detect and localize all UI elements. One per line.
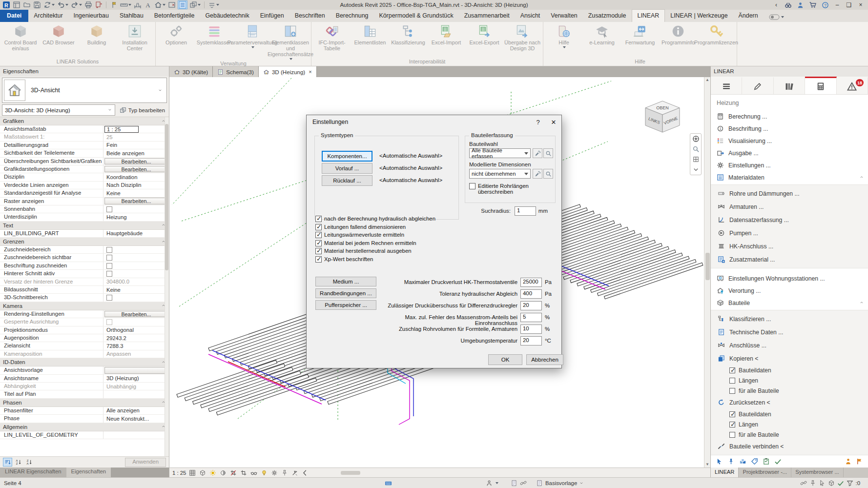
property-value[interactable]	[103, 254, 169, 261]
dialog-help-button[interactable]: ?	[530, 116, 546, 128]
linear-item-datensatzerfassung-[interactable]: Datensatzerfassung ...	[711, 213, 868, 226]
tag-by-category-button[interactable]	[109, 0, 118, 9]
store-cart-icon[interactable]	[809, 1, 817, 9]
minimize-button[interactable]: –	[834, 1, 841, 8]
reveal-hidden-icon[interactable]	[261, 469, 268, 476]
rohrlaengen-checkbox[interactable]: Editierte Rohrlängen überschreiben	[469, 183, 553, 195]
property-row[interactable]: PhasenfilterAlle anzeigen	[0, 407, 169, 415]
linear-item-ausgabe-[interactable]: Ausgabe ...	[711, 147, 868, 159]
linear-item-einstellungen-[interactable]: Einstellungen ...	[711, 159, 868, 171]
property-value[interactable]: Keine	[103, 189, 169, 197]
navigation-bar[interactable]	[690, 133, 702, 175]
ribbon-tab-zusammenarbeit[interactable]: Zusammenarbeit	[459, 10, 515, 22]
bauteilwahl-combo[interactable]: Alle Bauteile erfassen	[469, 148, 531, 158]
dialog-checkbox[interactable]: Material bei jedem Rechnen ermitteln	[315, 240, 435, 248]
linear-checkbox-längen[interactable]: Längen	[711, 375, 868, 386]
dialog-checkbox[interactable]: Leitungswärmeverluste ermitteln	[315, 232, 435, 240]
revit-logo-button[interactable]: R	[2, 0, 11, 9]
property-value[interactable]: Fein	[103, 142, 169, 149]
property-value[interactable]	[103, 246, 169, 253]
property-row[interactable]: Sichtbarkeit der TeilelementeBeide anzei…	[0, 149, 169, 157]
property-value[interactable]: Neue Konstrukt...	[103, 415, 169, 422]
redo-button[interactable]	[70, 0, 83, 9]
property-value[interactable]	[103, 294, 169, 301]
param-input[interactable]: 400	[520, 289, 542, 299]
ribbon-tab--ndern[interactable]: Ändern	[733, 10, 764, 22]
tool-pointer-icon[interactable]	[716, 458, 723, 465]
select-elements-icon[interactable]	[819, 480, 826, 487]
ribbon-button-programmlizenzen[interactable]: Programmlizenzen	[697, 23, 735, 55]
save-button[interactable]	[33, 0, 41, 9]
property-value[interactable]: Keine	[103, 286, 169, 293]
dialog-checkbox[interactable]: Xp-Wert beschriften	[315, 256, 435, 264]
property-value[interactable]: Koordination	[103, 173, 169, 181]
value-checkbox[interactable]	[106, 263, 112, 269]
aligned-dimension-button[interactable]	[133, 0, 142, 9]
linear-item-zurücksetzen-[interactable]: Zurücksetzen <	[711, 396, 868, 409]
modify-selector[interactable]	[764, 12, 789, 22]
type-selector[interactable]: 3D-Ansicht	[2, 78, 167, 103]
tab-eigenschaften[interactable]: Eigenschaften	[66, 468, 111, 477]
sort-default-button[interactable]	[3, 458, 12, 467]
param-input[interactable]: 5	[520, 313, 542, 322]
systemtypen-button-3[interactable]: Rücklauf ...	[322, 175, 372, 186]
select-pinned-icon[interactable]	[809, 480, 816, 487]
ribbon-tab-betonfertigteile[interactable]: Betonfertigteile	[149, 10, 200, 22]
ribbon-tab-geb-udetechnik[interactable]: Gebäudetechnik	[200, 10, 254, 22]
view-tab-3d-heizung-[interactable]: 3D (Heizung)×	[259, 66, 317, 77]
property-value[interactable]: Bearbeiten...	[103, 158, 169, 165]
tool-boxes-icon[interactable]	[739, 458, 746, 465]
linear-item-bauteile-verbinden-[interactable]: Bauteile verbinden <	[711, 440, 868, 453]
section-header-allgemein[interactable]: Allgemein	[0, 423, 169, 431]
property-row[interactable]: Ansichtsname3D (Heizung)	[0, 375, 169, 383]
linear-item-zusatzmaterial-[interactable]: Zusatzmaterial ...	[711, 253, 868, 266]
tool-check-icon[interactable]	[774, 458, 782, 465]
isolate-glasses-icon[interactable]	[250, 469, 257, 476]
section-header-grafiken[interactable]: Grafiken	[0, 117, 169, 125]
tool-user-orange-icon[interactable]	[845, 458, 852, 465]
property-value[interactable]	[103, 390, 169, 398]
ribbon-tab-einf-gen[interactable]: Einfügen	[255, 10, 289, 22]
open-file-button[interactable]	[22, 0, 31, 9]
edit-type-button[interactable]: Typ bearbeiten	[118, 106, 167, 115]
property-row[interactable]: Ansichtsvorlage	[0, 366, 169, 374]
restore-button[interactable]: ❑	[846, 1, 852, 8]
dimensionen-search-button[interactable]	[543, 169, 553, 179]
ribbon-button-klassifizierung[interactable]: Klassifizierung	[389, 23, 427, 55]
steering-wheel-icon[interactable]	[692, 135, 700, 142]
ribbon-button-building[interactable]: Building	[78, 23, 116, 55]
panel-tab-projektbrowser-[interactable]: Projektbrowser -...	[739, 468, 791, 477]
canvas-vertical-scrollbar[interactable]: ▲▼	[704, 77, 710, 468]
ribbon-button-systemklassen[interactable]: Systemklassen	[195, 23, 233, 55]
value-checkbox[interactable]	[106, 255, 112, 261]
ribbon-tab-verwalten[interactable]: Verwalten	[545, 10, 582, 22]
tool-pin-icon[interactable]	[727, 458, 735, 465]
property-value[interactable]: Hauptgebäude	[103, 230, 169, 237]
panel-tab-systembrowser-[interactable]: Systembrowser ...	[791, 468, 844, 477]
menu-tab[interactable]	[711, 77, 742, 94]
text-note-button[interactable]: A	[144, 0, 152, 9]
ribbon-button-e-learning[interactable]: e-Learning	[583, 23, 621, 55]
pan-icon[interactable]	[692, 156, 700, 163]
status-user-icon[interactable]	[486, 478, 498, 488]
linear-item-anschlüsse-[interactable]: Anschlüsse ...	[711, 339, 868, 352]
transfer-standards-button[interactable]	[94, 0, 103, 9]
dialog-button-pufferspeicher-[interactable]: Pufferspeicher ...	[315, 300, 376, 310]
property-value[interactable]: Beide anzeigen	[103, 149, 169, 157]
ribbon-button--bergabe-nach-design-3d[interactable]: Übergabe nachDesign 3D	[503, 23, 541, 55]
property-row[interactable]: BildausschnittKeine	[0, 286, 169, 294]
workset-dropdown[interactable]: Basisvorlage	[536, 478, 584, 488]
shadows-icon[interactable]	[220, 469, 227, 476]
property-row[interactable]: DisziplinKoordination	[0, 173, 169, 181]
value-checkbox[interactable]	[106, 247, 112, 253]
property-row[interactable]: Hinterer Schnitt aktiv	[0, 270, 169, 278]
ribbon-button-installation-center[interactable]: Installation Center	[116, 23, 154, 55]
customize-qat-button[interactable]	[207, 0, 220, 9]
displaced-elements-icon[interactable]	[291, 469, 298, 476]
property-row[interactable]: Standardanzeigestil für AnalyseKeine	[0, 189, 169, 197]
linear-checkbox-bauteildaten[interactable]: Bauteildaten	[711, 409, 868, 419]
property-row[interactable]: Versatz der hinteren Grenze304800.0	[0, 278, 169, 286]
property-row[interactable]: Überschreibungen Sichtbarkeit/GrafikenBe…	[0, 158, 169, 165]
property-value[interactable]: Nach Disziplin	[103, 182, 169, 189]
dialog-close-button[interactable]: ✕	[546, 116, 561, 128]
